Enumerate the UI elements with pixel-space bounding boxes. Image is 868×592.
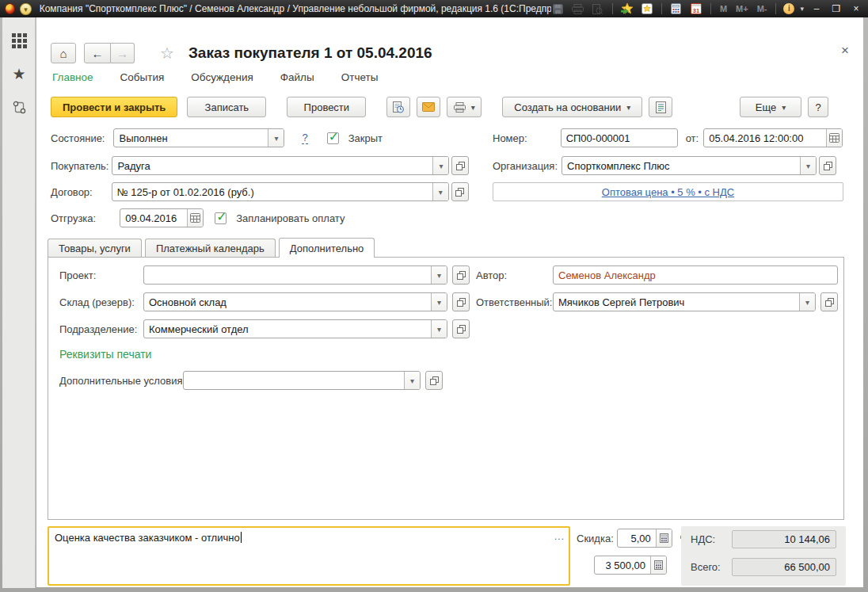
home-button[interactable]: ⌂ [51,43,76,63]
closed-checkbox[interactable]: ✓ [327,132,339,144]
project-input[interactable] [144,266,431,284]
calculator-small-icon[interactable] [650,556,666,574]
add-favorite-icon[interactable] [620,2,634,15]
total-field [732,558,836,576]
additional-terms-combobox[interactable]: ▾ [183,371,421,390]
department-combobox[interactable]: ▾ [143,319,447,338]
author-field [553,265,838,285]
organization-input[interactable] [562,157,800,174]
close-form-button[interactable]: × [841,43,849,59]
nav-tab-glavnoe[interactable]: Главное [52,71,93,83]
contract-input[interactable] [112,183,432,201]
favorites-list-icon[interactable] [640,2,654,15]
plan-payment-label: Запланировать оплату [236,212,345,224]
print-button[interactable]: ▾ [447,97,482,117]
state-combobox[interactable]: ▾ [113,128,284,147]
calendar-icon[interactable] [187,209,203,227]
more-button[interactable]: Еще ▾ [740,97,801,117]
calendar-31-icon[interactable]: 31 [689,2,703,15]
create-based-on-button[interactable]: Создать на основании ▾ [502,97,642,117]
price-terms-link[interactable]: Оптовая цена • 5 % • с НДС [602,186,734,198]
contract-combobox[interactable]: ▾ [112,182,449,201]
comment-expand-button[interactable]: ... [554,531,565,542]
discount-sum-input[interactable] [595,556,650,574]
dropdown-icon[interactable]: ▾ [431,266,447,284]
additional-terms-open-button[interactable] [425,371,443,390]
customer-input[interactable] [112,157,432,174]
responsible-open-button[interactable] [820,292,838,311]
maximize-button[interactable]: ❒ [829,3,843,14]
discount-sum-field[interactable] [594,556,667,575]
warehouse-open-button[interactable] [452,292,470,311]
save-button[interactable]: Записать [187,97,266,117]
discount-percent-field[interactable] [617,529,672,548]
send-email-button[interactable] [417,97,440,117]
nav-tab-faily[interactable]: Файлы [280,71,314,83]
calculator-small-icon[interactable] [656,529,672,547]
info-icon[interactable]: i [783,3,794,14]
shipment-date-input[interactable] [120,209,187,227]
favorite-star-icon[interactable]: ☆ [160,44,174,63]
contract-open-button[interactable] [451,182,469,201]
memory-m-plus-button[interactable]: M+ [734,4,750,13]
dropdown-icon[interactable]: ▾ [404,372,420,389]
responsible-label: Ответственный: [476,296,552,308]
sections-menu-icon[interactable] [2,27,36,54]
nav-tab-obsuzhdeniya[interactable]: Обсуждения [191,71,253,83]
history-icon[interactable] [2,94,36,120]
date-field[interactable] [703,128,843,147]
customer-open-button[interactable] [451,156,469,175]
date-label: от: [686,132,699,144]
help-button[interactable]: ? [808,97,828,117]
warehouse-input[interactable] [144,293,431,311]
post-button[interactable]: Провести [287,97,366,117]
reports-button[interactable] [649,97,672,117]
discount-percent-input[interactable] [618,529,656,547]
dropdown-icon[interactable]: ▾ [432,183,448,201]
favorites-icon[interactable]: ★ [2,60,36,87]
dropdown-icon[interactable]: ▾ [431,293,447,311]
responsible-input[interactable] [554,293,799,311]
back-button[interactable]: ← [84,43,111,63]
department-input[interactable] [144,320,431,338]
dropdown-icon[interactable]: ▾ [432,157,448,174]
tab-dopolnitelno[interactable]: Дополнительно [279,238,375,258]
number-field[interactable] [561,128,678,147]
nav-tab-otchety[interactable]: Отчеты [341,71,379,83]
department-label: Подразделение: [59,323,137,335]
nav-tab-sobytiya[interactable]: События [120,71,165,83]
check-icon: ✓ [216,209,227,224]
comment-field[interactable]: Оценка качества заказчиком - отлично ... [48,526,570,586]
date-input[interactable] [704,129,826,147]
organization-open-button[interactable] [819,156,836,175]
close-window-button[interactable]: × [849,3,863,14]
plan-payment-checkbox[interactable]: ✓ [215,212,227,224]
state-input[interactable] [114,129,268,147]
customer-combobox[interactable]: ▾ [112,156,449,175]
warehouse-combobox[interactable]: ▾ [143,292,447,311]
main-menu-dropdown-icon[interactable]: ▾ [20,3,31,15]
info-dropdown-icon[interactable]: ▾ [800,5,804,13]
tab-tovary-uslugi[interactable]: Товары, услуги [48,239,142,258]
dropdown-icon[interactable]: ▾ [268,129,284,147]
responsible-combobox[interactable]: ▾ [553,292,816,311]
calculator-icon[interactable] [669,2,683,15]
state-help-link[interactable]: ? [302,132,307,144]
organization-combobox[interactable]: ▾ [562,156,817,175]
tab-platezhny-kalendar[interactable]: Платежный календарь [145,239,276,258]
posting-journal-button[interactable] [386,97,410,117]
department-open-button[interactable] [452,319,470,338]
additional-terms-input[interactable] [184,372,404,389]
dropdown-icon[interactable]: ▾ [431,320,447,338]
dropdown-icon[interactable]: ▾ [800,157,816,174]
project-open-button[interactable] [452,265,470,285]
minimize-button[interactable]: – [809,3,824,14]
number-input[interactable] [562,129,677,147]
project-combobox[interactable]: ▾ [143,265,447,285]
memory-m-button[interactable]: M [718,4,729,13]
post-and-close-button[interactable]: Провести и закрыть [51,97,177,117]
memory-m-minus-button[interactable]: M- [756,4,769,13]
dropdown-icon[interactable]: ▾ [799,293,815,311]
calendar-icon[interactable] [826,129,842,147]
shipment-date-field[interactable] [120,208,204,227]
